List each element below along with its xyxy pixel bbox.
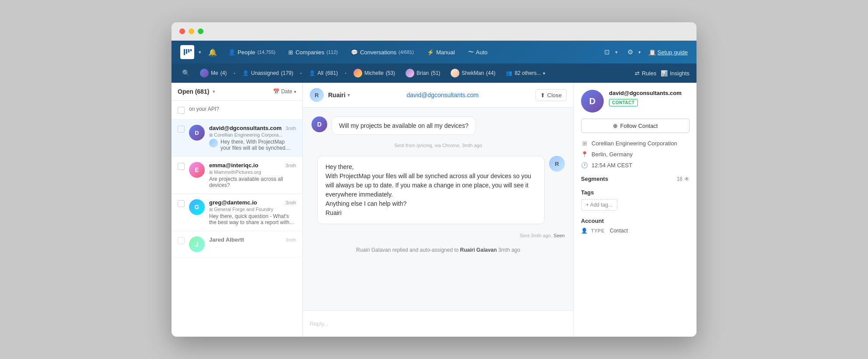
conv-checkbox[interactable] xyxy=(178,107,185,114)
sub-nav-me[interactable]: Me (4) xyxy=(196,67,231,80)
eye-icon: 👁 xyxy=(684,176,690,182)
conv-checkbox-david[interactable] xyxy=(178,126,185,133)
titlebar xyxy=(172,22,696,41)
follow-icon: ⊕ xyxy=(613,123,618,129)
ruairi-header-avatar: R xyxy=(310,88,324,102)
contact-info: david@dgconsultants.com CONTACT xyxy=(609,90,690,106)
sub-nav-shekman[interactable]: ShekMan (44) xyxy=(446,67,500,80)
conv-item-greg[interactable]: G greg@dantemc.io 3mth ⊞ General Forge a… xyxy=(172,194,302,231)
insights-label: Insights xyxy=(670,70,690,77)
emma-company-name: MammothPictures.org xyxy=(214,169,261,175)
close-window-button[interactable] xyxy=(179,28,185,34)
conv-item-jared[interactable]: J Jared Albertt 3mth xyxy=(172,231,302,258)
seen-status: Seen xyxy=(553,233,565,238)
maximize-window-button[interactable] xyxy=(198,28,203,34)
emma-preview: Are projects available across all device… xyxy=(209,176,296,188)
dot-separator-3: • xyxy=(344,71,347,76)
assignment-text: Ruairi Galavan replied and auto-assigned… xyxy=(356,247,520,253)
all-count: (681) xyxy=(326,70,338,76)
add-tag-label: + Add tag... xyxy=(586,202,612,208)
conv-item-david[interactable]: D david@dgconsultants.com 3mth ⊞ Corelli… xyxy=(172,120,302,157)
reply-box[interactable]: Reply... xyxy=(303,310,574,337)
unassigned-count: (179) xyxy=(281,70,293,76)
contact-time-text: 12:54 AM CEST xyxy=(592,162,632,169)
outgoing-text-1: Hey there,With ProjectMap your files wil… xyxy=(326,163,531,216)
emma-avatar: E xyxy=(189,162,205,178)
msg-source-meta: Sent from /pricing, via Chrome, 3mth ago xyxy=(394,143,482,148)
nav-right: ⊡ ▾ ⚙ ▾ 📋 Setup guide xyxy=(602,46,688,58)
close-conversation-button[interactable]: ⬆ Close xyxy=(536,89,567,101)
apps-dropdown-arrow[interactable]: ▾ xyxy=(615,49,618,55)
conv-checkbox-jared[interactable] xyxy=(178,237,185,244)
david-preview: Hey there, With ProjectMap your files wi… xyxy=(209,139,296,151)
people-icon: 👤 xyxy=(228,49,235,56)
people-nav-item[interactable]: 👤 People (14,755) xyxy=(223,46,280,58)
conv-item-content: on your API? xyxy=(189,106,296,114)
david-msg-avatar: D xyxy=(312,116,327,132)
all-label: All xyxy=(318,70,323,76)
follow-contact-button[interactable]: ⊕ Follow Contact xyxy=(581,119,690,133)
contact-company-text: Corellian Engineering Corporation xyxy=(592,140,677,147)
msg-sent-meta-1: Sent 3mth ago. Seen xyxy=(312,233,565,238)
conv-header-contact-email[interactable]: david@dgconsultants.com xyxy=(407,92,479,99)
emma-company: ⊞ MammothPictures.org xyxy=(209,169,296,175)
shekman-avatar xyxy=(451,69,459,77)
logo[interactable] xyxy=(180,45,194,59)
contact-company-detail: ⊞ Corellian Engineering Corporation xyxy=(581,140,690,147)
sub-nav-others[interactable]: 👥 82 others... ▾ xyxy=(501,68,550,78)
me-avatar xyxy=(200,69,209,77)
sub-nav-michelle[interactable]: Michelle (53) xyxy=(349,67,399,80)
conv-item-partial[interactable]: on your API? xyxy=(172,101,302,120)
minimize-window-button[interactable] xyxy=(189,28,194,34)
conversations-nav-item[interactable]: 💬 Conversations (4/681) xyxy=(346,46,419,58)
settings-icon[interactable]: ⚙ xyxy=(626,46,635,58)
agent-dropdown[interactable]: ▾ xyxy=(347,92,350,98)
follow-label: Follow Contact xyxy=(620,123,658,129)
david-company: ⊞ Corellian Engineering Corpora... xyxy=(209,132,296,137)
message-outgoing-1: Hey there,With ProjectMap your files wil… xyxy=(312,156,565,224)
companies-icon: ⊞ xyxy=(288,49,293,56)
app-dropdown-arrow[interactable]: ▾ xyxy=(199,49,201,55)
greg-time: 3mth xyxy=(286,200,296,205)
account-type-value: Contact xyxy=(610,228,628,234)
conv-checkbox-greg[interactable] xyxy=(178,200,185,207)
michelle-label: Michelle xyxy=(364,70,384,76)
conv-partial-preview: on your API? xyxy=(189,106,296,112)
michelle-avatar xyxy=(354,69,362,77)
account-type-row: 👤 TYPE Contact xyxy=(581,228,690,234)
me-label: Me xyxy=(211,70,218,76)
auto-nav-item[interactable]: 〜 Auto xyxy=(463,46,493,59)
manual-nav-item[interactable]: ⚡ Manual xyxy=(422,46,460,58)
sub-nav-brian[interactable]: Brian (51) xyxy=(401,67,444,80)
outgoing-bubble-1: Hey there,With ProjectMap your files wil… xyxy=(317,156,545,224)
brian-avatar xyxy=(406,69,414,77)
sub-nav-unassigned[interactable]: 👤 Unassigned (179) xyxy=(238,68,298,78)
add-tag-button[interactable]: + Add tag... xyxy=(581,199,617,211)
apps-icon[interactable]: ⊡ xyxy=(602,46,612,58)
insights-button[interactable]: 📊 Insights xyxy=(661,70,690,77)
search-icon[interactable]: 🔍 xyxy=(178,67,194,80)
conversation-view: R Ruairi ▾ david@dgconsultants.com ⬆ Clo… xyxy=(303,83,574,337)
conv-list-dropdown[interactable]: ▾ xyxy=(213,89,215,95)
companies-nav-item[interactable]: ⊞ Companies (112) xyxy=(283,46,343,58)
sub-nav-all[interactable]: 👤 All (681) xyxy=(304,68,342,78)
manual-icon: ⚡ xyxy=(427,49,434,56)
setup-guide-link[interactable]: 📋 Setup guide xyxy=(649,49,688,56)
contact-main-avatar: D xyxy=(581,90,604,113)
sub-nav: 🔍 Me (4) • 👤 Unassigned (179) • 👤 All (6… xyxy=(172,63,696,83)
david-reply-avatar xyxy=(209,139,218,148)
conv-item-emma[interactable]: E emma@interiqc.io 3mth ⊞ MammothPicture… xyxy=(172,157,302,194)
person-icon: 👤 xyxy=(242,70,249,76)
main-content: Open (681) ▾ 📅 Date ▾ on your API? xyxy=(172,83,696,337)
settings-dropdown-arrow[interactable]: ▾ xyxy=(638,49,641,55)
people-label: People xyxy=(238,49,255,56)
tags-section: + Add tag... xyxy=(581,199,690,211)
contact-location-text: Berlin, Germany xyxy=(592,151,633,158)
conv-checkbox-emma[interactable] xyxy=(178,163,185,170)
conv-list-date-filter[interactable]: 📅 Date ▾ xyxy=(273,88,296,95)
jared-avatar: J xyxy=(189,236,205,252)
auto-icon: 〜 xyxy=(468,48,474,56)
rules-button[interactable]: ⇄ Rules xyxy=(635,70,656,77)
setup-guide-label: Setup guide xyxy=(658,49,688,56)
notifications-bell[interactable]: 🔔 xyxy=(208,48,217,56)
